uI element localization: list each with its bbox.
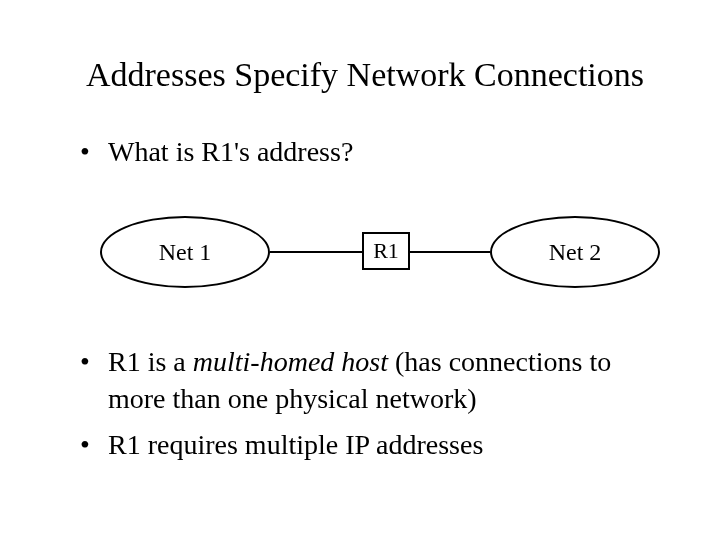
- net1-label: Net 1: [159, 239, 212, 266]
- network-diagram: Net 1 R1 Net 2: [100, 204, 660, 304]
- bullet-list-top: What is R1's address?: [60, 134, 670, 170]
- bullet2-italic: multi-homed host: [193, 346, 388, 377]
- router-label: R1: [373, 238, 399, 264]
- bullet-list-bottom: R1 is a multi-homed host (has connection…: [60, 344, 670, 463]
- net2-label: Net 2: [549, 239, 602, 266]
- net2-cloud: Net 2: [490, 216, 660, 288]
- router-box: R1: [362, 232, 410, 270]
- net1-cloud: Net 1: [100, 216, 270, 288]
- link-router-net2: [410, 251, 490, 253]
- bullet-multihomed: R1 is a multi-homed host (has connection…: [80, 344, 670, 417]
- slide-title: Addresses Specify Network Connections: [60, 56, 670, 94]
- link-net1-router: [270, 251, 362, 253]
- bullet-multiple-ip: R1 requires multiple IP addresses: [80, 427, 670, 463]
- bullet2-prefix: R1 is a: [108, 346, 193, 377]
- bullet-question: What is R1's address?: [80, 134, 670, 170]
- slide: Addresses Specify Network Connections Wh…: [0, 0, 720, 540]
